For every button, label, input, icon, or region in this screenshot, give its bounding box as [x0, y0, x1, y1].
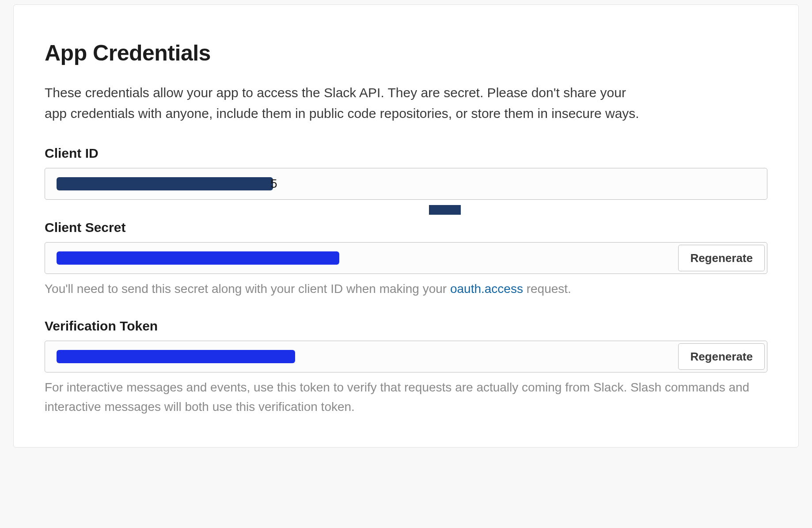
section-description: These credentials allow your app to acce…	[45, 83, 641, 124]
verification-token-value	[45, 341, 678, 372]
help-text: request.	[523, 282, 571, 296]
client-id-visible-tail: 5	[270, 177, 278, 191]
client-id-value: 5	[45, 168, 767, 199]
verification-token-label: Verification Token	[45, 319, 767, 334]
redacted-block-icon	[429, 205, 461, 215]
redacted-block-icon	[57, 350, 295, 363]
regenerate-client-secret-button[interactable]: Regenerate	[678, 245, 765, 271]
section-title: App Credentials	[45, 40, 767, 66]
oauth-access-link[interactable]: oauth.access	[450, 282, 523, 296]
app-credentials-card: App Credentials These credentials allow …	[13, 4, 799, 448]
client-secret-value	[45, 243, 678, 273]
client-secret-field[interactable]: Regenerate	[45, 242, 767, 274]
help-text: You'll need to send this secret along wi…	[45, 282, 450, 296]
verification-token-field[interactable]: Regenerate	[45, 341, 767, 372]
client-id-field[interactable]: 5	[45, 168, 767, 200]
redacted-block-icon	[57, 251, 339, 265]
verification-token-help: For interactive messages and events, use…	[45, 378, 767, 416]
client-secret-label: Client Secret	[45, 220, 767, 235]
redacted-block-icon	[57, 177, 273, 190]
client-secret-help: You'll need to send this secret along wi…	[45, 279, 767, 298]
client-id-label: Client ID	[45, 146, 767, 161]
regenerate-verification-token-button[interactable]: Regenerate	[678, 343, 765, 370]
